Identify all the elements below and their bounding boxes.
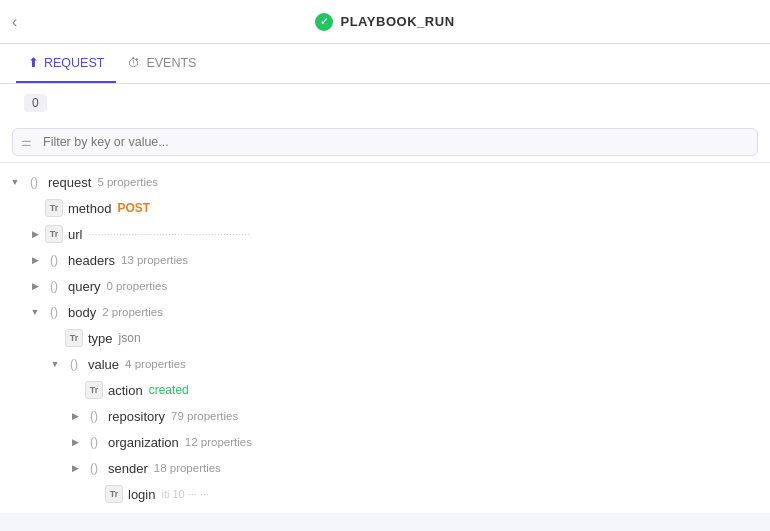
meta-count: 12 properties: [185, 436, 252, 448]
tree-row[interactable]: ()sender18 properties: [0, 455, 770, 481]
value-label: iti 10 ··· ···: [161, 488, 209, 500]
type-icon: (): [85, 407, 103, 425]
tab-request[interactable]: ⬆ REQUEST: [16, 44, 116, 83]
tree-row[interactable]: TrmethodPOST: [0, 195, 770, 221]
chevron-icon: [68, 461, 82, 475]
header-title: ✓ PLAYBOOK_RUN: [315, 13, 454, 31]
header-bar: ‹ ✓ PLAYBOOK_RUN: [0, 0, 770, 44]
events-tab-label: EVENTS: [146, 56, 196, 70]
chevron-icon: [28, 279, 42, 293]
type-icon: (): [45, 251, 63, 269]
tabs-bar: ⬆ REQUEST ⏱ EVENTS: [0, 44, 770, 84]
tree-row[interactable]: ()body2 properties: [0, 299, 770, 325]
value-label: POST: [117, 201, 150, 215]
key-label: query: [68, 279, 101, 294]
tree-row[interactable]: Trurl···································…: [0, 221, 770, 247]
filter-icon: ⚌: [21, 135, 32, 149]
filter-input[interactable]: [12, 128, 758, 156]
type-icon: (): [85, 433, 103, 451]
tree-row[interactable]: ()headers13 properties: [0, 247, 770, 273]
chevron-icon: [28, 227, 42, 241]
meta-count: 4 properties: [125, 358, 186, 370]
chevron-icon: [68, 435, 82, 449]
meta-count: 18 properties: [154, 462, 221, 474]
type-icon: Tr: [85, 381, 103, 399]
chevron-icon: [8, 175, 22, 189]
key-label: sender: [108, 461, 148, 476]
tree-row[interactable]: Trtypejson: [0, 325, 770, 351]
meta-count: 0 properties: [107, 280, 168, 292]
tree-row[interactable]: ()value4 properties: [0, 351, 770, 377]
playbook-title: PLAYBOOK_RUN: [340, 14, 454, 29]
type-icon: Tr: [105, 485, 123, 503]
tree-container: ()request5 propertiesTrmethodPOSTTrurl··…: [0, 163, 770, 513]
meta-count: 13 properties: [121, 254, 188, 266]
tree-row[interactable]: ()query0 properties: [0, 273, 770, 299]
back-button[interactable]: ‹: [12, 13, 17, 31]
tree-row[interactable]: Tractioncreated: [0, 377, 770, 403]
chevron-icon: [28, 305, 42, 319]
key-label: type: [88, 331, 113, 346]
meta-count: 5 properties: [97, 176, 158, 188]
value-label: json: [119, 331, 141, 345]
chevron-icon: [68, 409, 82, 423]
type-icon: (): [45, 277, 63, 295]
key-label: repository: [108, 409, 165, 424]
tree-row[interactable]: ()organization12 properties: [0, 429, 770, 455]
meta-count: 2 properties: [102, 306, 163, 318]
tree-row[interactable]: Trloginiti 10 ··· ···: [0, 481, 770, 507]
events-tab-icon: ⏱: [128, 56, 141, 70]
tree-row[interactable]: ()repository79 properties: [0, 403, 770, 429]
count-badge: 0: [24, 94, 47, 112]
value-label: created: [149, 383, 189, 397]
key-label: login: [128, 487, 155, 502]
filter-wrap: ⚌: [12, 128, 758, 156]
key-label: request: [48, 175, 91, 190]
type-icon: (): [85, 459, 103, 477]
key-label: action: [108, 383, 143, 398]
type-icon: Tr: [45, 225, 63, 243]
key-label: url: [68, 227, 82, 242]
tab-events[interactable]: ⏱ EVENTS: [116, 44, 208, 83]
filter-bar: ⚌: [0, 122, 770, 163]
tree-row[interactable]: ()request5 properties: [0, 169, 770, 195]
status-check-icon: ✓: [315, 13, 333, 31]
key-label: method: [68, 201, 111, 216]
type-icon: Tr: [65, 329, 83, 347]
value-label: ········································…: [88, 228, 250, 240]
type-icon: (): [25, 173, 43, 191]
request-tab-icon: ⬆: [28, 55, 39, 70]
type-icon: (): [45, 303, 63, 321]
request-tab-label: REQUEST: [44, 56, 104, 70]
key-label: organization: [108, 435, 179, 450]
type-icon: (): [65, 355, 83, 373]
key-label: headers: [68, 253, 115, 268]
chevron-icon: [48, 357, 62, 371]
chevron-icon: [28, 253, 42, 267]
key-label: value: [88, 357, 119, 372]
type-icon: Tr: [45, 199, 63, 217]
key-label: body: [68, 305, 96, 320]
meta-count: 79 properties: [171, 410, 238, 422]
